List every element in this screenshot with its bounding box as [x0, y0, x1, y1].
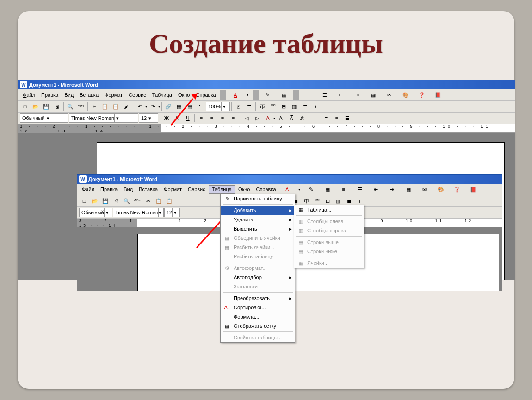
menu-insert[interactable]: Вставка: [136, 186, 161, 193]
strike-icon[interactable]: A̷: [297, 113, 307, 123]
extra6-icon[interactable]: ⫞: [310, 101, 321, 112]
column-icon[interactable]: ▤: [185, 101, 195, 112]
titlebar-1: W Документ1 - Microsoft Word: [18, 80, 515, 89]
drawing-icon[interactable]: 🎨: [398, 89, 414, 101]
menu-split-cells: ▦Разбить ячейки...: [221, 243, 295, 252]
menu-format[interactable]: Формат: [161, 186, 185, 193]
spacing-icon[interactable]: ≣: [244, 101, 254, 112]
save-icon[interactable]: 💾: [41, 101, 51, 112]
new-icon[interactable]: □: [20, 101, 30, 112]
menu-service[interactable]: Сервис: [185, 186, 208, 193]
eq-icon[interactable]: =: [321, 113, 331, 123]
submenu-table[interactable]: ▦Таблица...: [294, 205, 364, 214]
slide: Создание таблицы W Документ1 - Microsoft…: [18, 11, 514, 389]
insert-table-icon[interactable]: ▦: [276, 89, 292, 101]
window-title-1: Документ1 - Microsoft Word: [29, 82, 98, 88]
menu-hide-grid[interactable]: ▦Отображать сетку: [221, 321, 295, 331]
preview-icon[interactable]: 🔍: [65, 101, 75, 112]
menu-view[interactable]: Вид: [62, 91, 76, 99]
menu-table[interactable]: Таблица: [209, 185, 235, 194]
menu-insert[interactable]: Вставка: [77, 91, 101, 99]
paste-icon[interactable]: 📋: [111, 101, 121, 112]
menu-sort[interactable]: A↓Сортировка...: [221, 303, 295, 312]
highlight-icon[interactable]: A: [263, 113, 273, 123]
italic-button[interactable]: К: [172, 113, 182, 123]
menu-select[interactable]: Выделить▸: [221, 224, 295, 233]
menu-draw-table[interactable]: ✎Нарисовать таблицу: [221, 194, 295, 203]
menu-autofit[interactable]: Автоподбор▸: [221, 273, 295, 282]
window-title-2: Документ1 - Microsoft Word: [88, 176, 157, 182]
pilcrow-icon[interactable]: ¶: [195, 101, 205, 112]
menu-convert[interactable]: Преобразовать▸: [221, 294, 295, 303]
word-icon: W: [79, 175, 87, 183]
menu-format[interactable]: Формат: [102, 91, 125, 99]
inc-indent-icon[interactable]: ▷: [252, 113, 262, 123]
zoom-input[interactable]: 100%▾: [206, 102, 230, 111]
menu-merge: ▦Объединить ячейки: [221, 233, 295, 243]
dec-indent-icon[interactable]: ◁: [241, 113, 252, 123]
menu-file[interactable]: Файл: [20, 91, 38, 99]
outdent-icon[interactable]: ⇤: [333, 89, 349, 101]
menu-autoformat: ⚙Автоформат...: [221, 263, 295, 273]
autotext-icon[interactable]: ⎘: [233, 101, 243, 112]
titlebar-2: W Документ1 - Microsoft Word: [77, 175, 502, 184]
link-icon[interactable]: 🔗: [163, 101, 173, 112]
print-icon[interactable]: 🖨: [52, 101, 62, 112]
extra2-icon[interactable]: 罒: [268, 101, 278, 112]
spell-icon[interactable]: ᴬᴮᶜ: [76, 101, 86, 112]
menu-delete[interactable]: Удалить▸: [221, 215, 295, 224]
ruler-1: 3 · · · 2 · · · 1 · · · · · · · 1 · · · …: [18, 124, 515, 133]
indent-icon[interactable]: ⇥: [349, 89, 365, 101]
extra3-icon[interactable]: ⊞: [278, 101, 289, 112]
extra-icon[interactable]: 帀: [257, 101, 267, 112]
redo-icon[interactable]: ↷: [148, 101, 158, 112]
question-icon[interactable]: ❓: [414, 89, 430, 101]
extra5-icon[interactable]: ≣: [300, 101, 310, 112]
menubar-1: Файл Правка Вид Вставка Формат Сервис Та…: [18, 89, 515, 101]
table-icon[interactable]: ▦: [174, 101, 184, 112]
menu-help[interactable]: Справка: [253, 186, 278, 193]
sup-icon[interactable]: A̅: [286, 113, 297, 123]
font-color-icon[interactable]: A: [228, 89, 243, 101]
size-input[interactable]: 12▾: [139, 113, 158, 123]
align-center-icon[interactable]: ≡: [207, 113, 217, 123]
sub-icon[interactable]: A: [276, 113, 286, 123]
menu-edit[interactable]: Правка: [38, 91, 61, 99]
bullets-icon[interactable]: ≡: [301, 89, 316, 101]
hr-icon[interactable]: —: [310, 113, 321, 123]
menu-window[interactable]: Окно: [235, 186, 253, 193]
numbering-icon[interactable]: ☰: [317, 89, 333, 101]
bookmark-icon[interactable]: 📕: [430, 89, 446, 101]
menu-view[interactable]: Вид: [121, 186, 136, 193]
extra4-icon[interactable]: ▥: [289, 101, 299, 112]
menu-window[interactable]: Окно: [175, 91, 193, 99]
align-left-icon[interactable]: ≡: [196, 113, 206, 123]
col3-icon[interactable]: ☰: [342, 113, 353, 123]
underline-button[interactable]: Ч: [183, 113, 193, 123]
undo-icon[interactable]: ↶: [135, 101, 145, 112]
open-icon[interactable]: 📂: [31, 101, 41, 112]
borders-icon[interactable]: ▦: [365, 89, 381, 101]
insert-submenu: ▦Таблица... ▥Столбцы слева ▥Столбцы спра…: [294, 205, 364, 268]
menu-insert-sub[interactable]: Добавить▸: [221, 206, 295, 215]
pencil-icon[interactable]: ✎: [260, 89, 276, 101]
menu-formula[interactable]: Формула...: [221, 312, 295, 321]
format-painter-icon[interactable]: 🖌: [121, 101, 131, 112]
align-right-icon[interactable]: ≡: [217, 113, 228, 123]
menu-edit[interactable]: Правка: [98, 186, 120, 193]
menu-table[interactable]: Таблица: [149, 91, 175, 99]
cut-icon[interactable]: ✂: [89, 101, 99, 112]
envelope-icon[interactable]: ✉: [382, 89, 397, 101]
align-justify-icon[interactable]: ≡: [228, 113, 238, 123]
submenu-cols-left: ▥Столбцы слева: [294, 217, 364, 226]
menu-service[interactable]: Сервис: [126, 91, 149, 99]
slide-title: Создание таблицы: [18, 28, 514, 60]
menu-file[interactable]: Файл: [79, 186, 97, 193]
copy-icon[interactable]: 📋: [100, 101, 110, 112]
style-input[interactable]: Обычный▾: [20, 113, 68, 123]
font-input[interactable]: Times New Roman▾: [69, 113, 138, 123]
bold-button[interactable]: Ж: [161, 113, 172, 123]
menu-help[interactable]: Справка: [193, 91, 218, 99]
col2-icon[interactable]: ≡: [332, 113, 342, 123]
table-dropdown: ✎Нарисовать таблицу Добавить▸ Удалить▸ В…: [220, 194, 295, 343]
